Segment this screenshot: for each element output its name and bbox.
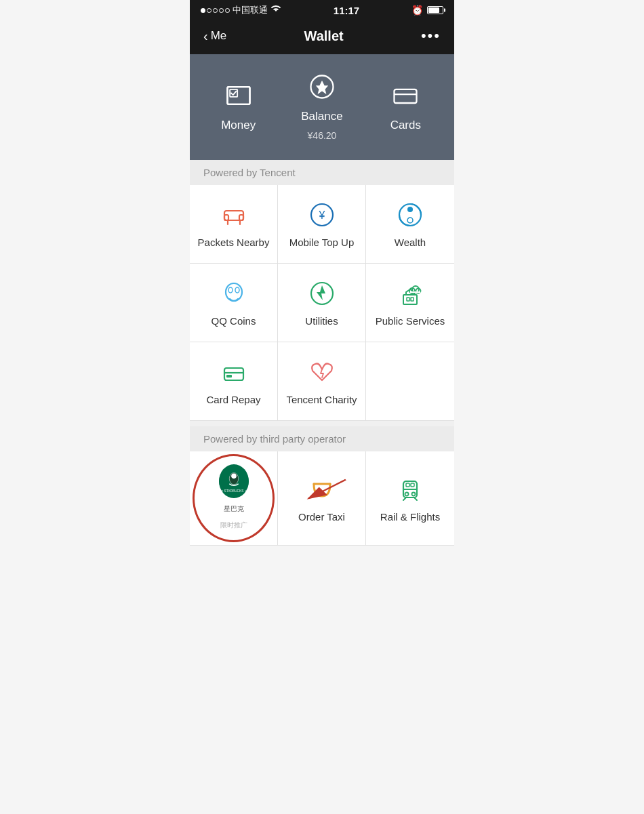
nav-bar: ‹ Me Wallet ••• xyxy=(190,20,454,54)
svg-marker-4 xyxy=(316,81,328,94)
battery-fill xyxy=(428,7,439,13)
qq-coins-label: QQ Coins xyxy=(212,315,256,327)
grid-section-2: QQ Coins Utilities xyxy=(190,264,454,342)
tencent-charity-item[interactable]: Tencent Charity xyxy=(278,342,366,421)
mobile-top-up-label: Mobile Top Up xyxy=(289,237,355,248)
starbucks-icon: ★ STARBUCKS ★ xyxy=(219,466,249,496)
svg-rect-8 xyxy=(224,215,228,220)
grid-section-1: Packets Nearby ¥ Mobile Top Up Wealth xyxy=(190,185,454,264)
packets-nearby-item[interactable]: Packets Nearby xyxy=(190,185,278,264)
mobile-top-up-icon: ¥ xyxy=(307,200,337,230)
svg-rect-22 xyxy=(407,298,409,301)
svg-rect-23 xyxy=(411,298,414,301)
order-taxi-icon xyxy=(307,474,337,504)
svg-point-39 xyxy=(412,492,416,495)
status-right: ⏰ xyxy=(411,5,443,16)
utilities-label: Utilities xyxy=(305,315,338,327)
back-label: Me xyxy=(211,29,227,43)
wealth-icon xyxy=(395,200,425,230)
wallet-cards-item[interactable]: Cards xyxy=(364,79,447,132)
wallet-balance-item[interactable]: Balance ¥46.20 xyxy=(280,70,363,141)
svg-point-18 xyxy=(228,287,233,293)
wallet-header: Money Balance ¥46.20 Cards xyxy=(190,54,454,160)
balance-icon xyxy=(306,70,338,103)
svg-rect-42 xyxy=(406,483,409,487)
alarm-icon: ⏰ xyxy=(411,5,423,16)
svg-point-16 xyxy=(407,218,413,223)
utilities-icon xyxy=(307,279,337,308)
rail-flights-label: Rail & Flights xyxy=(380,511,440,523)
money-icon xyxy=(222,79,255,112)
status-time: 11:17 xyxy=(334,5,359,16)
mobile-top-up-item[interactable]: ¥ Mobile Top Up xyxy=(278,185,366,264)
back-button[interactable]: ‹ Me xyxy=(203,28,226,44)
status-left: 中国联通 xyxy=(201,4,281,16)
packets-nearby-label: Packets Nearby xyxy=(198,237,270,248)
powered-by-tencent: Powered by Tencent xyxy=(190,160,454,185)
svg-point-15 xyxy=(407,207,413,212)
starbucks-logo: ★ STARBUCKS ★ xyxy=(219,464,249,498)
card-repay-item[interactable]: Card Repay xyxy=(190,342,278,421)
card-repay-label: Card Repay xyxy=(206,394,260,405)
svg-rect-43 xyxy=(411,483,414,487)
starbucks-sublabel: 限时推广 xyxy=(220,521,247,530)
starbucks-label: 星巴克 xyxy=(224,504,244,514)
tencent-charity-label: Tencent Charity xyxy=(286,394,357,405)
wifi-icon xyxy=(270,5,281,16)
order-taxi-item[interactable]: Order Taxi xyxy=(278,451,366,546)
grid-section-4: ★ STARBUCKS ★ 星巴克 限时推广 Order Taxi xyxy=(190,451,454,546)
qq-coins-icon xyxy=(219,279,249,308)
powered-by-third-party: Powered by third party operator xyxy=(190,426,454,451)
balance-amount: ¥46.20 xyxy=(308,130,337,141)
cards-label: Cards xyxy=(390,119,421,132)
svg-point-33 xyxy=(231,474,237,479)
svg-line-40 xyxy=(403,497,406,500)
wealth-item[interactable]: Wealth xyxy=(366,185,454,264)
svg-point-19 xyxy=(235,287,239,293)
tencent-charity-icon xyxy=(307,357,337,387)
svg-point-38 xyxy=(405,492,409,495)
svg-rect-5 xyxy=(395,89,417,103)
qq-coins-item[interactable]: QQ Coins xyxy=(190,264,278,342)
carrier-label: 中国联通 xyxy=(233,4,268,16)
rail-flights-item[interactable]: Rail & Flights xyxy=(366,451,454,546)
cards-icon xyxy=(389,79,422,112)
battery-icon xyxy=(427,6,443,14)
svg-text:★ STARBUCKS ★: ★ STARBUCKS ★ xyxy=(220,489,247,493)
utilities-item[interactable]: Utilities xyxy=(278,264,366,342)
packets-nearby-icon xyxy=(219,200,249,230)
order-taxi-label: Order Taxi xyxy=(298,511,345,523)
public-services-item[interactable]: Public Services xyxy=(366,264,454,342)
svg-line-41 xyxy=(414,497,417,500)
dot3 xyxy=(213,8,218,13)
dot2 xyxy=(207,8,212,13)
svg-rect-9 xyxy=(239,215,243,220)
page-title: Wallet xyxy=(304,28,344,44)
signal-dots xyxy=(201,8,230,13)
svg-rect-21 xyxy=(403,295,417,304)
wallet-money-item[interactable]: Money xyxy=(197,79,280,132)
empty-cell xyxy=(366,342,454,421)
balance-label: Balance xyxy=(301,110,342,123)
svg-point-17 xyxy=(226,283,242,301)
svg-rect-28 xyxy=(224,368,243,380)
back-chevron-icon: ‹ xyxy=(203,28,208,44)
public-services-label: Public Services xyxy=(376,315,445,327)
dot1 xyxy=(201,8,205,13)
dot5 xyxy=(225,8,230,13)
starbucks-item[interactable]: ★ STARBUCKS ★ 星巴克 限时推广 xyxy=(190,451,278,546)
svg-text:¥: ¥ xyxy=(318,209,325,221)
wealth-label: Wealth xyxy=(395,237,426,248)
public-services-icon xyxy=(395,279,425,308)
grid-section-3: Card Repay Tencent Charity xyxy=(190,342,454,421)
dot4 xyxy=(219,8,224,13)
section-divider xyxy=(190,421,454,426)
svg-rect-30 xyxy=(226,375,232,378)
card-repay-icon xyxy=(219,357,249,387)
money-label: Money xyxy=(221,119,256,132)
more-button[interactable]: ••• xyxy=(421,27,441,45)
rail-flights-icon xyxy=(395,474,425,504)
status-bar: 中国联通 11:17 ⏰ xyxy=(190,0,454,20)
grid-section-4-wrapper: ★ STARBUCKS ★ 星巴克 限时推广 Order Taxi xyxy=(190,451,454,546)
